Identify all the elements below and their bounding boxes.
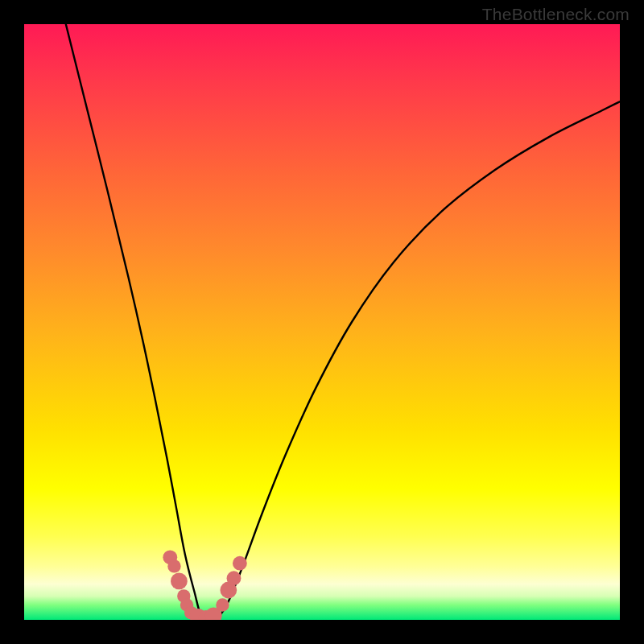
curve-markers [163,550,246,620]
chart-container: TheBottleneck.com [0,0,644,644]
marker-dot [227,571,242,585]
curve-svg [24,24,620,620]
marker-dot [171,573,188,590]
bottleneck-curve [66,24,620,620]
marker-dot [216,598,229,611]
marker-dot [167,559,180,572]
plot-area [24,24,620,620]
marker-dot [233,556,247,571]
watermark: TheBottleneck.com [482,5,630,24]
